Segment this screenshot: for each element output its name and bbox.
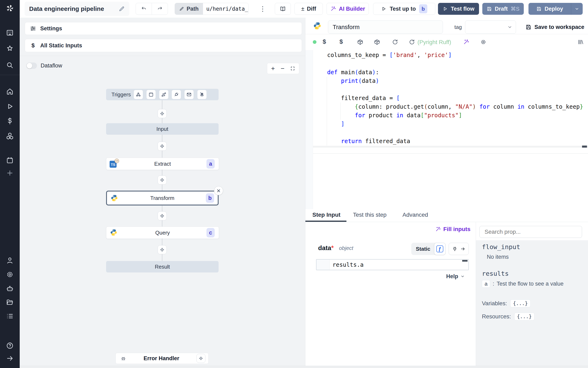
query-node[interactable]: Query c: [106, 227, 219, 239]
all-static-inputs-button[interactable]: $ All Static Inputs: [25, 39, 302, 52]
email-trigger-icon[interactable]: [184, 90, 194, 99]
result-separator: :: [493, 281, 494, 287]
logs-list-icon[interactable]: [6, 312, 14, 320]
query-step-badge: c: [207, 228, 215, 237]
redo-button[interactable]: [152, 3, 168, 15]
resources-value-chip[interactable]: {...}: [514, 313, 534, 321]
tab-test-this-step[interactable]: Test this step: [353, 209, 387, 221]
assets-dollar-icon[interactable]: $: [323, 38, 326, 45]
extract-node[interactable]: TS Extract a: [106, 158, 219, 170]
flow-settings-button[interactable]: Settings: [25, 22, 302, 35]
variables-value-chip[interactable]: {...}: [510, 300, 530, 307]
javascript-expr-mode-button[interactable]: ƒ: [434, 243, 446, 255]
edit-title-pencil-icon[interactable]: [119, 6, 125, 12]
zoom-in-icon[interactable]: +: [271, 65, 275, 72]
webhook-trigger-icon[interactable]: [134, 90, 143, 99]
zoom-out-icon[interactable]: −: [281, 65, 285, 72]
home-icon[interactable]: [6, 88, 14, 95]
test-up-to-step-badge: b: [419, 4, 427, 13]
draft-button[interactable]: Draft ⌘S: [482, 3, 524, 15]
search-icon[interactable]: [6, 61, 14, 69]
poll-watch-trigger-icon[interactable]: [198, 90, 207, 99]
result-node[interactable]: Result: [106, 261, 218, 272]
fullscreen-icon[interactable]: [290, 66, 295, 71]
add-plus-icon[interactable]: [6, 169, 14, 177]
flow-title-wrap[interactable]: Data engineering pipeline: [25, 2, 129, 16]
help-button[interactable]: Help: [446, 273, 465, 280]
tag-select[interactable]: [465, 20, 516, 34]
insert-step-button[interactable]: [158, 211, 167, 221]
deploy-main[interactable]: Deploy: [529, 3, 571, 15]
add-error-handler-button[interactable]: [196, 354, 205, 363]
tab-step-input[interactable]: Step Input: [312, 209, 341, 221]
runs-play-icon[interactable]: [6, 102, 14, 110]
dataflow-toggle[interactable]: [26, 63, 37, 69]
expression-input[interactable]: results.a: [316, 259, 469, 270]
schedule-trigger-icon[interactable]: [147, 90, 156, 99]
static-mode-label[interactable]: Static: [416, 246, 430, 252]
library-icon[interactable]: [578, 39, 584, 45]
route-trigger-icon[interactable]: [159, 90, 168, 99]
transform-node-selected[interactable]: Transform b: [106, 191, 218, 205]
tab-advanced[interactable]: Advanced: [402, 209, 428, 221]
diff-button[interactable]: ± Diff: [294, 3, 323, 15]
workspace-icon[interactable]: [6, 29, 14, 37]
results-section[interactable]: results: [482, 270, 509, 277]
resources-row[interactable]: Resources: {...}: [482, 312, 534, 321]
fill-inputs-button[interactable]: Fill inputs: [435, 225, 470, 233]
insert-step-button[interactable]: [158, 175, 167, 184]
lint-status-label: (Pyright Ruff): [417, 39, 451, 46]
reload-icon[interactable]: [392, 39, 398, 45]
close-icon[interactable]: ×: [214, 186, 223, 195]
undo-button[interactable]: [136, 3, 152, 15]
error-handler-node[interactable]: Error Handler: [115, 353, 209, 364]
editor-hscrollbar-thumb[interactable]: [582, 146, 587, 147]
websocket-plug-trigger-icon[interactable]: [172, 90, 181, 99]
package-icon[interactable]: [374, 39, 380, 45]
path-input[interactable]: [203, 3, 248, 15]
code-editor[interactable]: columns_to_keep = ['brand', 'price'] def…: [305, 50, 588, 209]
ai-wand-icon[interactable]: [463, 39, 469, 45]
test-up-to-button[interactable]: Test up to b: [373, 3, 435, 15]
variables-row[interactable]: Variables: {...}: [482, 299, 531, 308]
editor-settings-gear-icon[interactable]: [480, 39, 486, 45]
test-flow-button[interactable]: Test flow: [438, 3, 479, 15]
search-prop-input[interactable]: [479, 226, 582, 238]
deploy-dropdown-chevron-icon[interactable]: [571, 3, 583, 15]
reload-icon[interactable]: [409, 39, 415, 45]
resources-boxes-icon[interactable]: [6, 132, 14, 140]
expand-arrow-icon[interactable]: [6, 354, 14, 362]
package-icon[interactable]: [357, 39, 363, 45]
insert-step-button[interactable]: [158, 245, 167, 254]
deploy-button[interactable]: Deploy: [529, 3, 583, 15]
user-icon[interactable]: [6, 257, 14, 264]
variables-dollar-icon[interactable]: [6, 117, 14, 125]
settings-gear-icon[interactable]: [6, 271, 14, 278]
folders-icon[interactable]: [6, 298, 14, 306]
transform-node-label: Transform: [150, 195, 174, 201]
more-kebab-icon[interactable]: ⋮: [259, 3, 266, 15]
path-edit-button[interactable]: Path: [175, 3, 203, 15]
triggers-node[interactable]: Triggers: [106, 89, 218, 100]
docs-book-icon[interactable]: [275, 3, 291, 15]
bottom-strip: [20, 366, 588, 368]
variables-dollar-icon[interactable]: $: [340, 38, 343, 45]
favorites-star-icon[interactable]: [6, 45, 14, 53]
schedules-calendar-icon[interactable]: [6, 156, 14, 164]
flow-input-section[interactable]: flow_input: [482, 243, 520, 250]
result-a-row[interactable]: a : Test the flow to see a value: [482, 280, 564, 288]
insert-step-button[interactable]: [158, 109, 167, 118]
input-mode-toggle[interactable]: Static ƒ: [411, 243, 446, 255]
save-to-workspace-button[interactable]: Save to workspace: [525, 20, 584, 34]
connect-input-buttons[interactable]: [449, 243, 469, 255]
code-content[interactable]: columns_to_keep = ['brand', 'price'] def…: [327, 51, 583, 146]
expression-value[interactable]: results.a: [332, 259, 364, 270]
workers-robot-icon[interactable]: [6, 285, 14, 292]
result-key-chip[interactable]: a: [482, 280, 490, 288]
step-name-input[interactable]: [328, 20, 443, 34]
windmill-logo-icon[interactable]: [5, 4, 14, 13]
insert-step-button[interactable]: [158, 142, 167, 151]
help-icon[interactable]: [6, 342, 14, 350]
ai-builder-button[interactable]: AI Builder: [327, 3, 369, 15]
input-node[interactable]: Input: [106, 123, 218, 135]
